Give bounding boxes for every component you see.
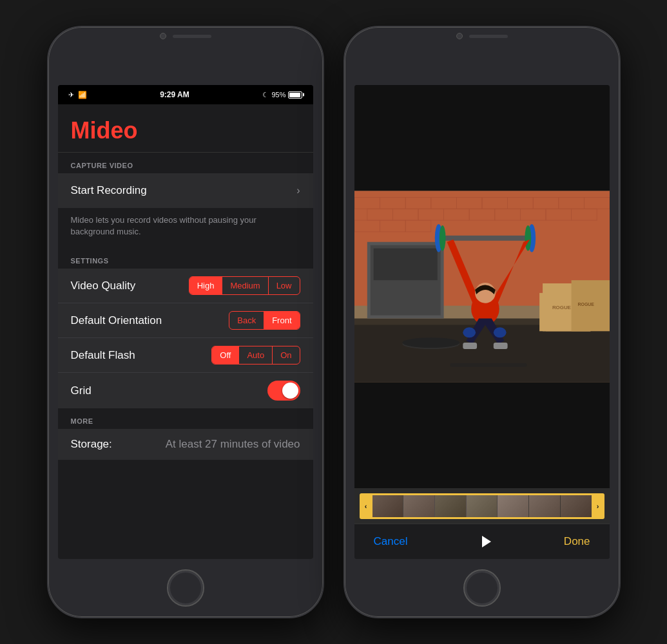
svg-point-39 xyxy=(439,225,445,251)
right-phone: ROGUE ROGUE xyxy=(343,26,621,618)
earpiece-speaker xyxy=(173,35,211,38)
cancel-button[interactable]: Cancel xyxy=(374,535,408,548)
home-button[interactable] xyxy=(167,569,204,607)
description-text: Mideo lets you record videos without pau… xyxy=(58,208,313,248)
svg-point-44 xyxy=(463,327,476,337)
phone-top-hardware xyxy=(134,27,237,45)
default-flash-row: Default Flash Off Auto On xyxy=(58,338,313,373)
battery-percent: 95% xyxy=(271,91,285,99)
svg-point-45 xyxy=(493,327,506,337)
grid-row: Grid xyxy=(58,373,313,408)
settings-section: SETTINGS Video Quality High Medium Low D… xyxy=(58,248,313,408)
weightlifter-scene: ROGUE ROGUE xyxy=(354,85,610,488)
storage-row: Storage: At least 27 minutes of video xyxy=(58,429,313,460)
default-orientation-label: Default Orientation xyxy=(71,314,162,327)
capture-video-section: CAPTURE VIDEO Start Recording › Mideo le… xyxy=(58,153,313,248)
status-left: ✈ 📶 xyxy=(68,91,87,99)
orientation-control[interactable]: Back Front xyxy=(229,311,300,330)
grid-toggle[interactable] xyxy=(267,381,300,401)
capture-video-header: CAPTURE VIDEO xyxy=(58,153,313,173)
video-controls: Cancel Done xyxy=(354,524,610,559)
video-editor-screen: ROGUE ROGUE xyxy=(354,85,610,559)
right-screen: ROGUE ROGUE xyxy=(354,85,610,559)
flash-control[interactable]: Off Auto On xyxy=(211,346,300,365)
status-right: ☾ 95% xyxy=(262,91,302,99)
app-title: Mideo xyxy=(71,117,300,144)
quality-medium-button[interactable]: Medium xyxy=(222,277,268,294)
right-phone-volume-down-button[interactable] xyxy=(343,220,345,256)
battery-fill xyxy=(289,93,300,97)
chevron-right-icon: › xyxy=(296,185,300,196)
battery-outline xyxy=(288,91,302,99)
app-screen: ✈ 📶 9:29 AM ☾ 95% Mideo xyxy=(58,85,313,559)
orientation-back-button[interactable]: Back xyxy=(229,312,264,329)
svg-rect-46 xyxy=(463,343,477,349)
right-arrow-icon: › xyxy=(597,502,599,510)
trim-handle-left[interactable]: ‹ xyxy=(360,493,372,519)
play-button[interactable] xyxy=(474,530,498,553)
settings-list: Video Quality High Medium Low Default Or… xyxy=(58,269,313,408)
trim-selection xyxy=(372,493,592,519)
settings-header: SETTINGS xyxy=(58,248,313,269)
battery-indicator xyxy=(288,91,302,99)
right-home-button[interactable] xyxy=(463,569,501,607)
more-list: Storage: At least 27 minutes of video xyxy=(58,429,313,460)
start-recording-label: Start Recording xyxy=(71,184,147,197)
left-arrow-icon: ‹ xyxy=(365,502,367,510)
svg-point-27 xyxy=(402,337,459,348)
video-quality-row: Video Quality High Medium Low xyxy=(58,269,313,303)
right-phone-volume-up-button[interactable] xyxy=(343,175,345,211)
left-screen: ✈ 📶 9:29 AM ☾ 95% Mideo xyxy=(58,85,313,559)
app-header: Mideo xyxy=(58,104,313,153)
right-phone-power-button[interactable] xyxy=(619,182,621,231)
video-preview: ROGUE ROGUE xyxy=(354,85,610,488)
left-phone: ✈ 📶 9:29 AM ☾ 95% Mideo xyxy=(47,26,324,618)
flash-auto-button[interactable]: Auto xyxy=(239,346,273,364)
storage-value: At least 27 minutes of video xyxy=(166,438,300,451)
more-header: MORE xyxy=(58,408,313,429)
right-earpiece-speaker xyxy=(469,35,508,38)
timeline-bar[interactable]: ‹ › xyxy=(354,488,610,524)
capture-video-list: Start Recording › xyxy=(58,173,313,208)
default-flash-label: Default Flash xyxy=(71,349,135,362)
toggle-knob xyxy=(282,383,298,399)
default-orientation-row: Default Orientation Back Front xyxy=(58,303,313,338)
more-section: MORE Storage: At least 27 minutes of vid… xyxy=(58,408,313,460)
svg-point-41 xyxy=(525,225,531,251)
svg-rect-48 xyxy=(450,363,527,367)
video-quality-control[interactable]: High Medium Low xyxy=(189,276,300,295)
video-quality-label: Video Quality xyxy=(71,279,136,292)
do-not-disturb-icon: ☾ xyxy=(262,91,269,99)
svg-text:ROGUE: ROGUE xyxy=(577,302,594,307)
svg-rect-37 xyxy=(437,236,533,241)
quality-low-button[interactable]: Low xyxy=(269,277,300,294)
wifi-icon: 📶 xyxy=(78,91,87,99)
volume-up-button[interactable] xyxy=(47,175,48,211)
orientation-front-button[interactable]: Front xyxy=(264,312,299,329)
storage-label: Storage: xyxy=(71,438,112,451)
flash-on-button[interactable]: On xyxy=(273,346,299,364)
status-bar: ✈ 📶 9:29 AM ☾ 95% xyxy=(58,85,313,104)
quality-high-button[interactable]: High xyxy=(189,277,223,294)
svg-rect-47 xyxy=(493,343,507,349)
svg-rect-30 xyxy=(373,249,437,281)
right-front-camera xyxy=(456,33,463,39)
right-phone-top-hardware xyxy=(430,27,534,45)
svg-text:ROGUE: ROGUE xyxy=(552,305,570,310)
airplane-mode-icon: ✈ xyxy=(68,91,74,99)
timeline-strip[interactable]: ‹ › xyxy=(360,493,604,519)
trim-handle-right[interactable]: › xyxy=(592,493,604,519)
status-time: 9:29 AM xyxy=(160,90,189,99)
grid-label: Grid xyxy=(71,384,92,397)
play-icon xyxy=(482,536,491,547)
front-camera xyxy=(160,33,166,39)
volume-down-button[interactable] xyxy=(47,220,48,256)
start-recording-row[interactable]: Start Recording › xyxy=(58,173,313,208)
svg-rect-25 xyxy=(354,325,610,382)
flash-off-button[interactable]: Off xyxy=(212,346,239,364)
power-button[interactable] xyxy=(323,182,324,231)
right-phone-mute-switch[interactable] xyxy=(343,143,345,164)
done-button[interactable]: Done xyxy=(564,535,590,548)
mute-switch[interactable] xyxy=(47,143,48,164)
